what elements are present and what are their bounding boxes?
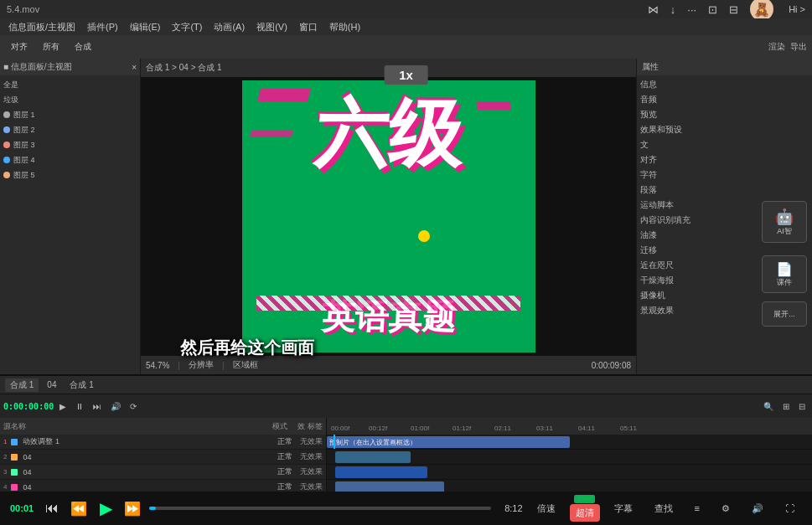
preview-resolution[interactable]: 分辨率: [189, 359, 214, 371]
layer-item-2[interactable]: 图层 2: [0, 122, 140, 137]
panel-item-char[interactable]: 字符: [640, 167, 809, 183]
col-mode: 模式: [272, 421, 287, 432]
tc-btn-5[interactable]: 🔍: [760, 400, 777, 413]
player-current-time: 00:01: [10, 503, 35, 513]
panel-item-text[interactable]: 文: [640, 137, 809, 152]
search-button[interactable]: 查找: [647, 499, 680, 518]
tc-btn-2[interactable]: ⏸: [72, 400, 87, 413]
menu-plugin[interactable]: 插件(P): [82, 19, 123, 35]
menu-window[interactable]: 窗口: [294, 19, 323, 35]
timeline-tab-2[interactable]: 04: [42, 379, 61, 390]
captions-button[interactable]: 字幕: [607, 499, 640, 518]
timeline-ruler: 00:00f 00:12f 01:00f 01:12f 02:11 03:11 …: [327, 418, 812, 435]
toolbar-render[interactable]: 渲染: [768, 41, 785, 53]
layer-num-2: 2: [3, 453, 7, 461]
layer-item-5[interactable]: 图层 5: [0, 167, 140, 183]
timeline-layer-3[interactable]: 3 04 正常 无效果: [0, 465, 326, 480]
download-icon[interactable]: ↓: [670, 3, 676, 16]
settings-button[interactable]: ⚙: [714, 500, 737, 517]
panel-item-preview[interactable]: 预览: [640, 107, 809, 122]
menu-info[interactable]: 信息面板/主视图: [3, 19, 80, 35]
panel-item-effects[interactable]: 效果和预设: [640, 122, 809, 137]
progress-bar[interactable]: [149, 507, 491, 510]
rewind-button[interactable]: ⏮: [42, 501, 62, 516]
player-end-time: 8:12: [498, 503, 523, 513]
chao-qing-button[interactable]: 超清: [570, 504, 600, 522]
toolbar-export[interactable]: 导出: [790, 41, 807, 53]
tc-btn-7[interactable]: ⊟: [795, 400, 809, 413]
menu-animate[interactable]: 动画(A): [209, 19, 250, 35]
ruler-mark-6: 04:11: [578, 425, 595, 432]
divider-1: |: [178, 361, 180, 370]
layer-num-1: 1: [3, 438, 7, 445]
track-clip-1[interactable]: 预制片（在出入设置画框选）: [327, 436, 570, 448]
timeline-layer-1[interactable]: 1 动效调整 1 正常 无效果: [0, 435, 326, 450]
timeline-layer-2[interactable]: 2 04 正常 无效果: [0, 450, 326, 465]
comment-text: 然后再给这个画面: [180, 337, 314, 359]
preview-region[interactable]: 区域框: [233, 359, 258, 371]
menu-text[interactable]: 文字(T): [167, 19, 207, 35]
layer-item-4[interactable]: 图层 4: [0, 152, 140, 167]
speed-button[interactable]: 倍速: [530, 499, 563, 518]
layer-trash[interactable]: 垃圾: [0, 92, 140, 107]
panel-item-audio[interactable]: 音频: [640, 92, 809, 107]
timeline-tab-1[interactable]: 合成 1: [5, 378, 39, 392]
preview-zoom[interactable]: 54.7%: [146, 361, 169, 370]
layer-item-1[interactable]: 图层 1: [0, 107, 140, 122]
layer-dot-5: [3, 172, 10, 178]
layer-mode-1: 正常: [277, 436, 292, 447]
track-clip-3[interactable]: [335, 466, 427, 478]
left-panel-title: ■ 信息面板/主视图: [3, 61, 72, 73]
ruler-mark-0: 00:00f: [331, 425, 349, 432]
toolbar-all[interactable]: 所有: [37, 39, 65, 55]
tc-btn-4[interactable]: ⟳: [127, 400, 140, 413]
layer-name-2: 图层 2: [13, 125, 35, 136]
step-fwd-button[interactable]: ⏩: [122, 501, 142, 517]
track-1: 预制片（在出入设置画框选）: [327, 435, 812, 450]
timeline-current-time[interactable]: 0:00:00:00: [3, 402, 54, 411]
menu-edit[interactable]: 编辑(E): [125, 19, 166, 35]
striped-bar: [256, 296, 520, 311]
yellow-dot: [418, 230, 430, 242]
layer-all[interactable]: 全是: [0, 77, 140, 92]
tc-btn-3[interactable]: ⏭: [90, 400, 105, 413]
right-panel-header: 属性: [637, 59, 812, 75]
screen-icon[interactable]: ⊡: [708, 3, 717, 16]
timeline-tab-3[interactable]: 合成 1: [65, 378, 98, 392]
tc-btn-1[interactable]: ▶: [56, 400, 70, 413]
minimize-icon[interactable]: ⊟: [729, 3, 738, 16]
share-icon[interactable]: ⋈: [648, 3, 659, 16]
app-title: 5.4.mov: [7, 4, 648, 14]
toolbar-compose[interactable]: 合成: [69, 39, 97, 55]
speed-badge: 1x: [384, 65, 428, 85]
ai-button[interactable]: 🤖 AI智: [762, 201, 807, 243]
list-button[interactable]: ≡: [687, 500, 707, 517]
audio-button[interactable]: 🔊: [744, 500, 771, 517]
expand-button[interactable]: 展开...: [762, 301, 807, 327]
layer-item-3[interactable]: 图层 3: [0, 137, 140, 152]
playhead: [334, 435, 335, 449]
layer-dot-2: [3, 126, 10, 133]
hi-label[interactable]: Hi >: [789, 4, 805, 14]
right-panel-title: 属性: [642, 61, 659, 73]
left-panel-close[interactable]: ×: [132, 63, 137, 72]
more-icon[interactable]: ···: [687, 3, 696, 16]
tc-btn-audio[interactable]: 🔊: [107, 400, 124, 413]
fullscreen-button[interactable]: ⛶: [778, 500, 802, 517]
panel-item-align[interactable]: 对齐: [640, 152, 809, 167]
left-panel-header: ■ 信息面板/主视图 ×: [0, 59, 140, 75]
course-button[interactable]: 📄 课件: [762, 255, 807, 293]
panel-item-info[interactable]: 信息: [640, 77, 809, 92]
ruler-mark-7: 05:11: [620, 425, 637, 432]
col-name: 源名称: [3, 421, 26, 432]
toolbar-align[interactable]: 对齐: [5, 39, 34, 55]
step-back-button[interactable]: ⏪: [69, 501, 89, 517]
timeline-col-header: 源名称 模式 效 标签: [0, 418, 326, 435]
layer-label-3: 04: [23, 468, 31, 476]
play-button[interactable]: ▶: [96, 498, 116, 518]
track-clip-2[interactable]: [335, 451, 411, 463]
menu-help[interactable]: 帮助(H): [324, 19, 365, 35]
menu-view[interactable]: 视图(V): [251, 19, 292, 35]
panel-item-para[interactable]: 段落: [640, 183, 809, 198]
tc-btn-6[interactable]: ⊞: [779, 400, 793, 413]
